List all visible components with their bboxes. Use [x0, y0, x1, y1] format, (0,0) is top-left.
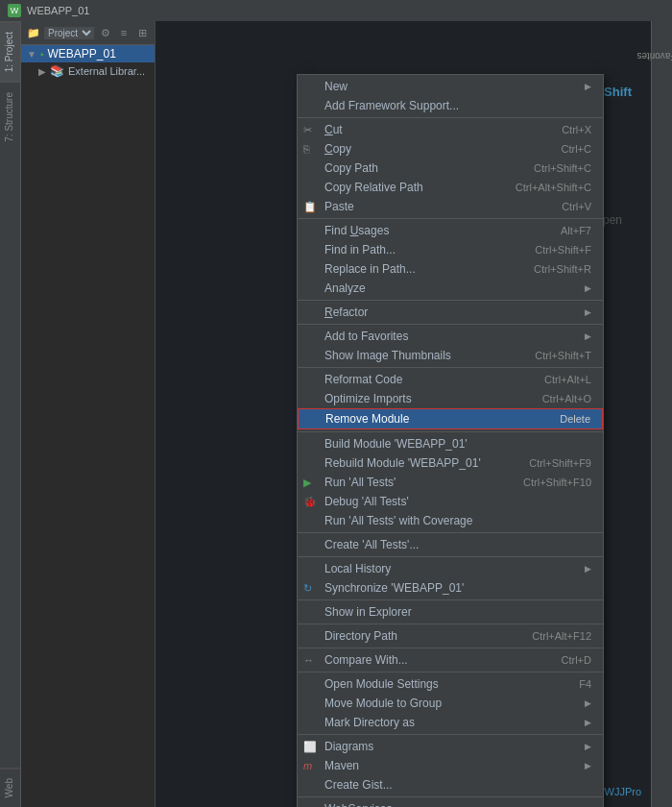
sync-toolbar-btn[interactable]: ⚙ [98, 25, 113, 40]
menu-sep-4 [298, 324, 603, 325]
menu-label-move-module: Move Module to Group [324, 697, 577, 710]
tree-item-external-libs[interactable]: ▶ 📚 External Librar... [21, 62, 155, 80]
menu-item-rebuild[interactable]: Rebuild Module 'WEBAPP_01' Ctrl+Shift+F9 [298, 453, 603, 473]
menu-item-paste[interactable]: 📋 Paste Ctrl+V [298, 197, 603, 216]
tree-label-ext: External Librar... [68, 65, 145, 77]
shortcut-find-path: Ctrl+Shift+F [535, 244, 591, 256]
run-icon: ▶ [303, 477, 311, 489]
menu-item-show-explorer[interactable]: Show in Explorer [298, 602, 603, 622]
project-dropdown[interactable]: Project [44, 27, 94, 39]
expand-toolbar-btn[interactable]: ⊞ [134, 25, 150, 40]
sync-icon: ↻ [303, 582, 312, 595]
tree-label-webapp01: WEBAPP_01 [47, 47, 115, 61]
menu-item-analyze[interactable]: Analyze [298, 279, 603, 298]
menu-label-replace-path: Replace in Path... [324, 262, 534, 276]
menu-item-local-history[interactable]: Local History [298, 559, 603, 578]
menu-label-sync: Synchronize 'WEBAPP_01' [324, 581, 591, 595]
menu-label-build: Build Module 'WEBAPP_01' [324, 437, 591, 451]
menu-item-move-module[interactable]: Move Module to Group [298, 694, 603, 713]
debug-icon: 🐞 [303, 496, 317, 508]
sidebar-item-project[interactable]: 1: Project [0, 21, 20, 82]
menu-item-replace-path[interactable]: Replace in Path... Ctrl+Shift+R [298, 259, 603, 279]
shortcut-compare: Ctrl+D [562, 654, 591, 666]
menu-label-show-explorer: Show in Explorer [324, 605, 591, 619]
diagrams-icon: ⬜ [303, 741, 317, 753]
menu-label-diagrams: Diagrams [324, 740, 577, 753]
menu-label-debug-tests: Debug 'All Tests' [324, 495, 591, 508]
menu-item-diagrams[interactable]: ⬜ Diagrams [298, 737, 603, 756]
maven-icon: m [303, 760, 312, 771]
filter-toolbar-btn[interactable]: ≡ [116, 25, 132, 40]
menu-item-copy-rel-path[interactable]: Copy Relative Path Ctrl+Alt+Shift+C [298, 178, 603, 197]
shortcut-paste: Ctrl+V [562, 201, 591, 212]
panel-header-label: 📁 [27, 27, 40, 39]
left-tabs: 1: Project 7: Structure Web [0, 21, 21, 807]
shortcut-dir-path: Ctrl+Alt+F12 [532, 630, 591, 642]
menu-item-copy-path[interactable]: Copy Path Ctrl+Shift+C [298, 159, 603, 178]
menu-label-refactor: Refactor [324, 306, 577, 319]
menu-item-thumbnails[interactable]: Show Image Thumbnails Ctrl+Shift+T [298, 346, 603, 365]
shortcut-find-usages: Alt+F7 [561, 225, 591, 236]
shortcut-module-settings: F4 [579, 678, 591, 690]
main-layout: 1: Project 7: Structure Web 📁 Project ⚙ … [0, 21, 672, 807]
panel-header: 📁 Project ⚙ ≡ ⊞ ↕ [21, 21, 155, 45]
menu-sep-5 [298, 367, 603, 368]
menu-label-favorites: Add to Favorites [324, 330, 577, 343]
menu-label-optimize: Optimize Imports [324, 392, 542, 405]
menu-label-maven: Maven [324, 759, 577, 772]
menu-item-dir-path[interactable]: Directory Path Ctrl+Alt+F12 [298, 626, 603, 646]
copy-icon: ⎘ [303, 143, 310, 155]
tree-item-webapp01[interactable]: ▼ ▪ WEBAPP_01 [21, 45, 155, 62]
menu-item-reformat[interactable]: Reformat Code Ctrl+Alt+L [298, 370, 603, 389]
menu-item-run-coverage[interactable]: Run 'All Tests' with Coverage [298, 511, 603, 530]
menu-label-rebuild: Rebuild Module 'WEBAPP_01' [324, 456, 529, 470]
shortcut-remove-module: Delete [560, 413, 590, 425]
sidebar-item-web[interactable]: Web [0, 768, 20, 807]
menu-label-mark-dir: Mark Directory as [324, 716, 577, 729]
shortcut-copy-path: Ctrl+Shift+C [534, 162, 591, 174]
menu-label-reformat: Reformat Code [324, 373, 544, 386]
cut-icon: ✂ [303, 124, 312, 136]
menu-label-copy: Copy [324, 142, 562, 156]
menu-item-create-tests[interactable]: Create 'All Tests'... [298, 535, 603, 554]
shortcut-thumbnails: Ctrl+Shift+T [535, 350, 591, 361]
menu-item-remove-module[interactable]: Remove Module Delete [298, 408, 603, 429]
shortcut-copy: Ctrl+C [562, 143, 591, 155]
menu-label-copy-rel-path: Copy Relative Path [324, 181, 516, 194]
menu-item-module-settings[interactable]: Open Module Settings F4 [298, 674, 603, 694]
menu-item-debug-tests[interactable]: 🐞 Debug 'All Tests' [298, 492, 603, 511]
menu-item-sync[interactable]: ↻ Synchronize 'WEBAPP_01' [298, 578, 603, 598]
menu-item-maven[interactable]: m Maven [298, 756, 603, 775]
shortcut-copy-rel: Ctrl+Alt+Shift+C [516, 182, 591, 193]
menu-label-remove-module: Remove Module [325, 412, 560, 426]
menu-item-run-tests[interactable]: ▶ Run 'All Tests' Ctrl+Shift+F10 [298, 473, 603, 492]
sidebar-item-structure[interactable]: 7: Structure [0, 82, 20, 152]
menu-sep-12 [298, 672, 603, 672]
menu-item-favorites[interactable]: Add to Favorites [298, 327, 603, 346]
paste-icon: 📋 [303, 201, 317, 213]
menu-item-mark-dir[interactable]: Mark Directory as [298, 713, 603, 732]
shortcut-run-tests: Ctrl+Shift+F10 [523, 477, 591, 488]
menu-sep-9 [298, 599, 603, 600]
expand-arrow-webapp01: ▼ [27, 49, 36, 60]
menu-label-find-usages: Find Usages [324, 224, 561, 237]
menu-item-copy[interactable]: ⎘ Copy Ctrl+C [298, 139, 603, 159]
menu-item-compare[interactable]: ↔ Compare With... Ctrl+D [298, 650, 603, 670]
menu-sep-7 [298, 532, 603, 533]
menu-item-find-usages[interactable]: Find Usages Alt+F7 [298, 221, 603, 240]
title-bar: W WEBAPP_01 [0, 0, 672, 21]
menu-label-gist: Create Gist... [324, 778, 591, 792]
menu-item-add-framework[interactable]: Add Framework Support... [298, 96, 603, 115]
menu-sep-14 [298, 796, 603, 797]
menu-item-webservices[interactable]: WebServices [298, 799, 603, 807]
sidebar-item-favorites[interactable]: 2: Favorites [627, 47, 672, 65]
menu-item-optimize[interactable]: Optimize Imports Ctrl+Alt+O [298, 389, 603, 408]
menu-sep-11 [298, 648, 603, 648]
menu-item-find-in-path[interactable]: Find in Path... Ctrl+Shift+F [298, 240, 603, 259]
menu-item-cut[interactable]: ✂ Cut Ctrl+X [298, 120, 603, 139]
menu-item-gist[interactable]: Create Gist... [298, 775, 603, 795]
shortcut-cut: Ctrl+X [562, 124, 591, 135]
menu-item-refactor[interactable]: Refactor [298, 303, 603, 322]
menu-item-build[interactable]: Build Module 'WEBAPP_01' [298, 434, 603, 453]
menu-item-new[interactable]: New [298, 77, 603, 96]
